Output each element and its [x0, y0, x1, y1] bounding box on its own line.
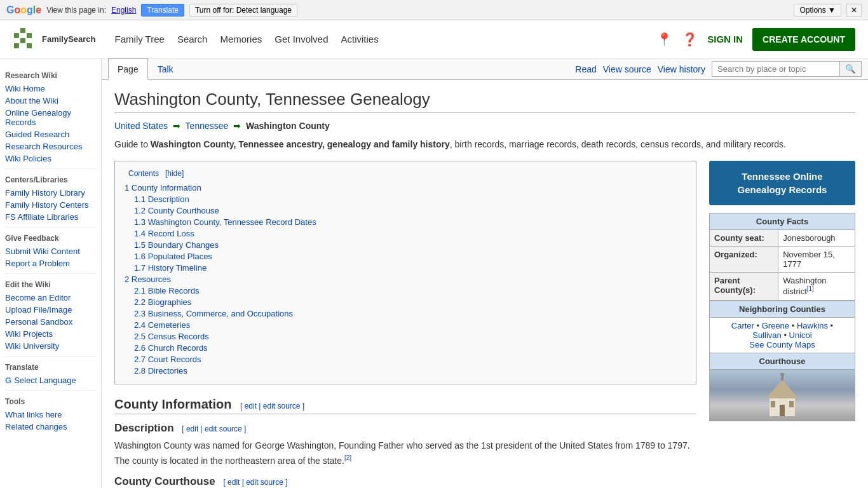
description-edit[interactable]: [ edit | edit source ] [182, 424, 246, 433]
nav-search[interactable]: Search [177, 34, 208, 44]
sidebar-item-upload-file[interactable]: Upload File/Image [5, 304, 96, 316]
sidebar-select-language[interactable]: Select Language [14, 374, 76, 386]
breadcrumb-us[interactable]: United States [114, 121, 168, 131]
sidebar-item-wiki-projects[interactable]: Wiki Projects [5, 328, 96, 340]
tab-page[interactable]: Page [108, 58, 148, 80]
nav-activities[interactable]: Activities [341, 34, 379, 44]
toc-link-2-5[interactable]: 2.5 Census Records [134, 332, 209, 341]
close-translate-button[interactable]: ✕ [846, 4, 862, 17]
wiki-search-input[interactable] [712, 62, 839, 76]
header-right: 📍 ❓ SIGN IN CREATE ACCOUNT [656, 28, 855, 51]
action-view-source[interactable]: View source [603, 64, 651, 74]
breadcrumb-county: Washington County [246, 121, 330, 131]
wiki-search-button[interactable]: 🔍 [839, 62, 861, 76]
sidebar-item-become-editor[interactable]: Become an Editor [5, 292, 96, 304]
language-link[interactable]: English [111, 6, 136, 15]
neighbor-unicoi[interactable]: Unicoi [789, 330, 812, 340]
toc-link-1[interactable]: 1 County Information [125, 183, 201, 193]
sidebar-section-research-wiki: Research Wiki [5, 71, 96, 80]
courthouse-svg [757, 373, 808, 417]
nav-family-tree[interactable]: Family Tree [115, 34, 165, 44]
toc-link-1-5[interactable]: 1.5 Boundary Changes [134, 240, 219, 250]
courthouse-image-cell [710, 369, 855, 421]
county-info-edit[interactable]: [ edit | edit source ] [240, 402, 304, 410]
toc-link-2-7[interactable]: 2.7 Court Records [134, 355, 201, 364]
neighbor-sullivan[interactable]: Sullivan [752, 330, 782, 340]
toc-link-1-7[interactable]: 1.7 History Timeline [134, 263, 207, 273]
sidebar-section-tools: Tools [5, 397, 96, 406]
sidebar-item-guided-research[interactable]: Guided Research [5, 128, 96, 140]
toc-link-2-6[interactable]: 2.6 Church Records [134, 343, 208, 353]
action-read[interactable]: Read [575, 64, 596, 74]
options-button[interactable]: Options ▼ [794, 4, 841, 17]
breadcrumb-arrow-1: ➡ [173, 121, 180, 131]
article-title: Washington County, Tennessee Genealogy [114, 90, 855, 113]
sidebar-item-wiki-home[interactable]: Wiki Home [5, 83, 96, 95]
toc-box: Contents [hide] 1 County Information 1.1… [114, 161, 696, 384]
toc-link-1-2[interactable]: 1.2 County Courthouse [134, 206, 219, 215]
toc-link-2[interactable]: 2 Resources [125, 274, 171, 284]
sidebar-item-wiki-university[interactable]: Wiki University [5, 340, 96, 352]
toc-link-2-8[interactable]: 2.8 Directories [134, 366, 187, 376]
action-view-history[interactable]: View history [658, 64, 705, 74]
svg-point-12 [780, 373, 784, 376]
svg-rect-9 [771, 401, 775, 407]
parent-ref[interactable]: [1] [807, 285, 814, 292]
breadcrumb-tn[interactable]: Tennessee [186, 121, 229, 131]
breadcrumb-arrow-2: ➡ [233, 121, 241, 131]
svg-rect-3 [20, 38, 25, 43]
sidebar-item-wiki-policies[interactable]: Wiki Policies [5, 152, 96, 165]
sign-in-button[interactable]: SIGN IN [707, 34, 743, 44]
logo-area[interactable]: FamilySearch [13, 27, 96, 52]
sidebar-item-research-resources[interactable]: Research Resources [5, 140, 96, 152]
location-icon-button[interactable]: 📍 [656, 32, 672, 47]
sidebar-item-personal-sandbox[interactable]: Personal Sandbox [5, 316, 96, 328]
toc-link-2-3[interactable]: 2.3 Business, Commerce, and Occupations [134, 309, 293, 318]
toc-link-1-1[interactable]: 1.1 Description [134, 194, 189, 204]
sidebar-item-what-links-here[interactable]: What links here [5, 409, 96, 421]
translate-button[interactable]: Translate [141, 4, 184, 17]
toc-link-2-2[interactable]: 2.2 Biographies [134, 297, 191, 307]
sidebar-item-online-genealogy[interactable]: Online Genealogy Records [5, 107, 96, 128]
sidebar-item-family-history-library[interactable]: Family History Library [5, 187, 96, 199]
tn-online-records-button[interactable]: Tennessee OnlineGenealogy Records [709, 161, 855, 205]
toc-link-1-4[interactable]: 1.4 Record Loss [134, 229, 194, 238]
neighboring-table: Neighboring Counties Carter • Greene • H… [709, 301, 855, 421]
toc-link-2-1[interactable]: 2.1 Bible Records [134, 286, 200, 295]
description-heading: Description [ edit | edit source ] [114, 422, 696, 435]
neighbor-hawkins[interactable]: Hawkins [797, 321, 828, 330]
create-account-button[interactable]: CREATE ACCOUNT [752, 28, 855, 51]
sidebar-item-related-changes[interactable]: Related changes [5, 421, 96, 433]
toc-link-1-6[interactable]: 1.6 Populated Places [134, 252, 212, 261]
nav-memories[interactable]: Memories [220, 34, 262, 44]
toc-item-2: 2 Resources [125, 274, 686, 284]
sidebar-item-submit-wiki[interactable]: Submit Wiki Content [5, 245, 96, 257]
toc-hide[interactable]: [hide] [165, 169, 184, 178]
help-icon-button[interactable]: ❓ [682, 32, 698, 47]
neighbor-greene[interactable]: Greene [762, 321, 789, 330]
sidebar-section-centers: Centers/Libraries [5, 175, 96, 184]
sidebar-item-family-history-centers[interactable]: Family History Centers [5, 199, 96, 211]
organized-value: November 15, 1777 [778, 247, 855, 273]
toc-sub-1: 1.1 Description 1.2 County Courthouse 1.… [134, 194, 686, 273]
neighbor-carter[interactable]: Carter [731, 321, 754, 330]
sidebar: Research Wiki Wiki Home About the Wiki O… [0, 58, 102, 488]
neighboring-header: Neighboring Counties [710, 301, 855, 317]
ref-2[interactable]: [2] [344, 454, 351, 461]
tab-talk[interactable]: Talk [148, 58, 183, 80]
tab-actions: Read View source View history 🔍 [575, 61, 868, 77]
turn-off-button[interactable]: Turn off for: Detect language [189, 4, 297, 17]
courthouse-edit[interactable]: [ edit | edit source ] [223, 478, 287, 487]
county-seat-value: Jonesborough [778, 230, 855, 247]
organized-label: Organized: [710, 247, 778, 273]
toc-link-2-4[interactable]: 2.4 Cemeteries [134, 320, 190, 330]
toc-link-1-3[interactable]: 1.3 Washington County, Tennessee Record … [134, 217, 316, 227]
sidebar-item-about-wiki[interactable]: About the Wiki [5, 95, 96, 107]
nav-get-involved[interactable]: Get Involved [275, 34, 328, 44]
main-nav: Family Tree Search Memories Get Involved… [115, 34, 657, 44]
intro-rest: , birth records, marriage records, death… [450, 139, 786, 149]
sidebar-item-report-problem[interactable]: Report a Problem [5, 257, 96, 269]
sidebar-item-fs-affiliate[interactable]: FS Affiliate Libraries [5, 211, 96, 223]
see-county-maps[interactable]: See County Maps [749, 340, 815, 349]
sidebar-section-edit: Edit the Wiki [5, 280, 96, 289]
